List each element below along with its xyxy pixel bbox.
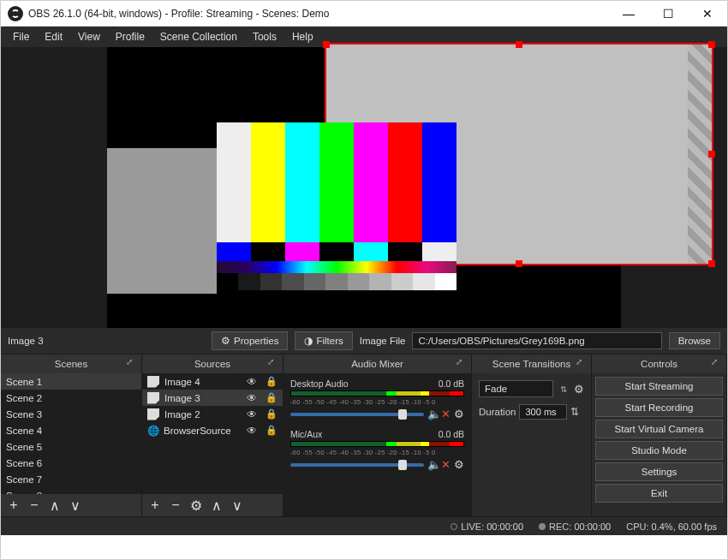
audio-meter (290, 390, 464, 396)
preview-layer-colorbars (217, 122, 456, 311)
scene-row[interactable]: Scene 2 (1, 390, 141, 406)
visibility-icon[interactable]: 👁 (247, 408, 260, 420)
visibility-icon[interactable]: 👁 (247, 376, 260, 388)
source-row[interactable]: Image 4👁🔒 (142, 373, 283, 390)
selected-source-name: Image 3 (8, 336, 205, 346)
meter-ticks: -60 -55 -50 -45 -40 -35 -30 -25 -20 -15 … (290, 398, 464, 406)
gear-icon[interactable]: ⚙ (574, 383, 584, 396)
scene-row[interactable]: Scene 4 (1, 422, 141, 438)
mixer-channel: Desktop Audio0.0 dB -60 -55 -50 -45 -40 … (290, 378, 464, 420)
gear-icon[interactable]: ⚙ (454, 458, 464, 471)
remove-source-button[interactable]: − (166, 496, 185, 515)
transitions-body: Fade ⇅ ⚙ Duration 300 ms ⇅ (472, 373, 591, 516)
menu-view[interactable]: View (71, 28, 107, 45)
maximize-button[interactable]: ☐ (648, 1, 688, 27)
scene-row[interactable]: Scene 5 (1, 438, 141, 455)
add-scene-button[interactable]: + (4, 496, 23, 515)
move-down-icon[interactable]: ∨ (228, 496, 247, 515)
image-path-field[interactable]: C:/Users/OBS/Pictures/Grey169B.png (412, 332, 661, 349)
menu-edit[interactable]: Edit (38, 28, 69, 45)
cpu-status: CPU: 0.4%, 60.00 fps (626, 521, 717, 532)
slider-thumb[interactable] (398, 460, 407, 470)
menu-scene-collection[interactable]: Scene Collection (153, 28, 244, 45)
filters-icon: ◑ (304, 335, 313, 347)
globe-icon: 🌐 (147, 425, 158, 436)
obs-logo-icon (8, 6, 23, 21)
minimize-button[interactable]: — (609, 1, 648, 27)
record-icon (539, 523, 546, 530)
close-button[interactable]: ✕ (688, 1, 727, 27)
scene-row[interactable]: Scene 7 (1, 471, 141, 487)
popout-icon[interactable]: ⤢ (126, 357, 138, 369)
start-streaming-button[interactable]: Start Streaming (595, 377, 723, 396)
mixer-body: Desktop Audio0.0 dB -60 -55 -50 -45 -40 … (283, 373, 471, 516)
popout-icon[interactable]: ⤢ (456, 357, 468, 369)
status-bar: LIVE: 00:00:00 REC: 00:00:00 CPU: 0.4%, … (1, 516, 727, 535)
source-row[interactable]: 🌐BrowserSource👁🔒 (142, 422, 283, 438)
scenes-toolbar: + − ∧ ∨ (1, 494, 141, 516)
updown-icon[interactable]: ⇅ (570, 406, 579, 418)
lock-icon[interactable]: 🔒 (266, 392, 277, 403)
scenes-list[interactable]: Scene 1 Scene 2 Scene 3 Scene 4 Scene 5 … (1, 373, 141, 494)
mute-icon[interactable]: 🔈✕ (427, 458, 451, 471)
resize-handle-tl[interactable] (323, 41, 330, 48)
controls-body: Start Streaming Start Recording Start Vi… (592, 373, 726, 516)
transition-select[interactable]: Fade (479, 380, 553, 397)
channel-db: 0.0 dB (439, 378, 464, 389)
audio-mixer-panel: Audio Mixer⤢ Desktop Audio0.0 dB -60 -55… (283, 354, 472, 516)
source-row[interactable]: Image 2👁🔒 (142, 406, 283, 422)
scene-row[interactable]: Scene 6 (1, 455, 141, 471)
mute-icon[interactable]: 🔈✕ (427, 408, 451, 420)
move-up-icon[interactable]: ∧ (207, 496, 226, 515)
popout-icon[interactable]: ⤢ (576, 357, 588, 369)
move-down-icon[interactable]: ∨ (66, 496, 85, 515)
lock-icon[interactable]: 🔒 (266, 425, 277, 436)
slider-thumb[interactable] (398, 409, 407, 420)
volume-slider[interactable] (290, 463, 424, 467)
remove-scene-button[interactable]: − (25, 496, 44, 515)
visibility-icon[interactable]: 👁 (247, 392, 260, 404)
preview-area[interactable] (1, 47, 727, 328)
visibility-icon[interactable]: 👁 (247, 425, 260, 437)
menu-profile[interactable]: Profile (109, 28, 152, 45)
resize-handle-tr[interactable] (708, 41, 715, 48)
menu-file[interactable]: File (6, 28, 36, 45)
resize-handle-br[interactable] (708, 260, 715, 267)
lock-icon[interactable]: 🔒 (266, 376, 277, 387)
add-source-button[interactable]: + (146, 496, 164, 515)
popout-icon[interactable]: ⤢ (267, 357, 279, 369)
scene-row[interactable]: Scene 8 (1, 487, 141, 494)
menu-help[interactable]: Help (285, 28, 320, 45)
start-virtual-camera-button[interactable]: Start Virtual Camera (595, 420, 723, 438)
popout-icon[interactable]: ⤢ (711, 357, 723, 369)
context-toolbar: Image 3 ⚙Properties ◑Filters Image File … (1, 328, 727, 354)
transitions-panel: Scene Transitions⤢ Fade ⇅ ⚙ Duration 300… (472, 354, 592, 516)
sources-list[interactable]: Image 4👁🔒 Image 3👁🔒 Image 2👁🔒 🌐BrowserSo… (142, 373, 283, 494)
settings-button[interactable]: Settings (595, 462, 723, 481)
resize-handle-t[interactable] (516, 41, 522, 48)
resize-handle-b[interactable] (516, 260, 522, 267)
properties-button[interactable]: ⚙Properties (212, 331, 288, 350)
image-source-icon (147, 392, 159, 404)
studio-mode-button[interactable]: Studio Mode (595, 441, 723, 460)
exit-button[interactable]: Exit (595, 484, 723, 503)
transitions-header: Scene Transitions⤢ (472, 354, 591, 373)
filters-button[interactable]: ◑Filters (295, 331, 352, 350)
lock-icon[interactable]: 🔒 (266, 408, 277, 420)
updown-icon[interactable]: ⇅ (557, 384, 570, 394)
move-up-icon[interactable]: ∧ (45, 496, 64, 515)
gear-icon[interactable]: ⚙ (454, 408, 464, 420)
volume-slider[interactable] (290, 413, 424, 416)
scene-row[interactable]: Scene 1 (1, 373, 141, 390)
menu-tools[interactable]: Tools (246, 28, 283, 45)
scene-row[interactable]: Scene 3 (1, 406, 141, 422)
source-row[interactable]: Image 3👁🔒 (142, 390, 283, 406)
window-title: OBS 26.1.0 (64-bit, windows) - Profile: … (28, 8, 609, 20)
start-recording-button[interactable]: Start Recording (595, 398, 723, 417)
resize-handle-r[interactable] (708, 151, 715, 158)
source-properties-button[interactable]: ⚙ (187, 496, 206, 515)
duration-field[interactable]: 300 ms (519, 404, 567, 420)
browse-button[interactable]: Browse (669, 332, 720, 349)
mixer-channel: Mic/Aux0.0 dB -60 -55 -50 -45 -40 -35 -3… (290, 429, 464, 471)
preview-canvas[interactable] (107, 47, 621, 328)
